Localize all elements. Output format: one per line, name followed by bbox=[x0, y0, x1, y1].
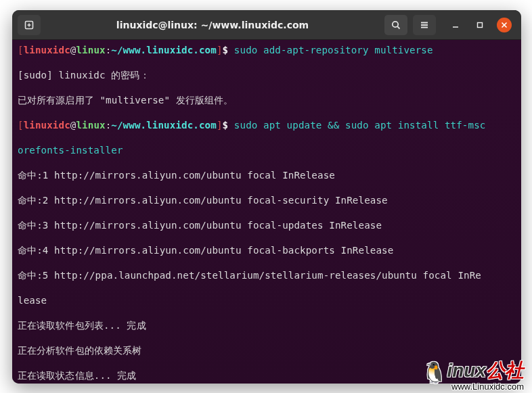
prompt-bracket: [ bbox=[18, 45, 24, 55]
prompt-host: linux bbox=[76, 120, 105, 131]
window-title: linuxidc@linux: ~/www.linuxidc.com bbox=[46, 20, 379, 30]
output-line: 命中:2 http://mirrors.aliyun.com/ubuntu fo… bbox=[18, 194, 516, 207]
svg-point-3 bbox=[393, 21, 398, 26]
maximize-button[interactable] bbox=[472, 18, 487, 32]
output-line: 正在读取状态信息... 完成 bbox=[18, 369, 516, 382]
prompt-dollar: $ bbox=[223, 120, 234, 131]
output-line: 命中:4 http://mirrors.aliyun.com/ubuntu fo… bbox=[18, 244, 516, 257]
command-text: sudo add-apt-repository multiverse bbox=[234, 45, 433, 55]
output-line: [sudo] linuxidc 的密码： bbox=[18, 69, 516, 82]
output-line: 命中:1 http://mirrors.aliyun.com/ubuntu fo… bbox=[18, 169, 516, 182]
prompt-bracket: [ bbox=[18, 120, 24, 131]
svg-line-4 bbox=[397, 26, 399, 28]
minimize-button[interactable] bbox=[448, 18, 463, 32]
output-line: 已对所有源启用了 "multiverse" 发行版组件。 bbox=[18, 94, 516, 107]
output-line: 正在分析软件包的依赖关系树 bbox=[18, 344, 516, 357]
terminal-window: linuxidc@linux: ~/www.linuxidc.com [linu… bbox=[12, 10, 521, 384]
output-line: 命中:5 http://ppa.launchpad.net/stellarium… bbox=[18, 269, 516, 282]
terminal-content[interactable]: [linuxidc@linux:~/www.linuxidc.com]$ sud… bbox=[12, 40, 521, 384]
prompt-bracket: ] bbox=[217, 120, 223, 131]
output-line: lease bbox=[18, 294, 516, 307]
menu-button[interactable] bbox=[413, 15, 436, 35]
prompt-host: linux bbox=[76, 45, 105, 55]
svg-rect-9 bbox=[478, 22, 483, 27]
output-line: 正在读取软件包列表... 完成 bbox=[18, 319, 516, 332]
prompt-path: ~/www.linuxidc.com bbox=[111, 45, 217, 55]
prompt-path: ~/www.linuxidc.com bbox=[111, 120, 217, 131]
prompt-user: linuxidc bbox=[24, 45, 70, 55]
window-controls bbox=[448, 18, 512, 32]
prompt-bracket: ] bbox=[217, 45, 223, 55]
new-tab-button[interactable] bbox=[18, 15, 41, 35]
prompt-dollar: $ bbox=[223, 45, 234, 55]
command-text: sudo apt update && sudo apt install ttf-… bbox=[234, 120, 486, 131]
output-line: 命中:3 http://mirrors.aliyun.com/ubuntu fo… bbox=[18, 219, 516, 232]
titlebar: linuxidc@linux: ~/www.linuxidc.com bbox=[12, 10, 521, 40]
close-button[interactable] bbox=[497, 18, 512, 32]
search-button[interactable] bbox=[384, 15, 407, 35]
prompt-user: linuxidc bbox=[24, 120, 70, 131]
command-continuation: orefonts-installer bbox=[18, 144, 516, 157]
